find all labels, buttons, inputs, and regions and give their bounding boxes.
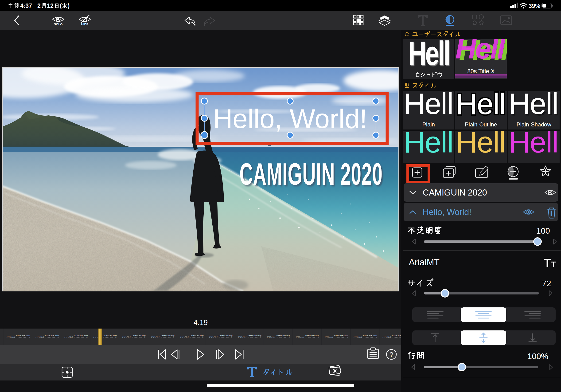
svg-text:Hello, World!: Hello, World!	[213, 104, 367, 134]
svg-text:12: 12	[47, 2, 54, 9]
svg-text:HIDE: HIDE	[81, 22, 88, 26]
svg-text:): )	[68, 2, 70, 9]
svg-text:2: 2	[37, 2, 41, 9]
svg-text:Hell: Hell	[456, 91, 505, 120]
svg-text:CAMIGUIN 2020: CAMIGUIN 2020	[423, 188, 487, 197]
svg-text:100%: 100%	[527, 352, 548, 361]
svg-text:Hello, World!: Hello, World!	[423, 207, 471, 217]
svg-text:?: ?	[389, 351, 393, 358]
svg-text:100: 100	[536, 226, 550, 235]
svg-text:SOLO: SOLO	[54, 22, 63, 26]
svg-text:72: 72	[542, 279, 551, 288]
svg-text:CAMIGUIN 2020: CAMIGUIN 2020	[239, 157, 383, 191]
svg-text:39%: 39%	[529, 3, 540, 9]
svg-text:4:37: 4:37	[20, 2, 32, 9]
svg-text:(: (	[60, 2, 62, 9]
